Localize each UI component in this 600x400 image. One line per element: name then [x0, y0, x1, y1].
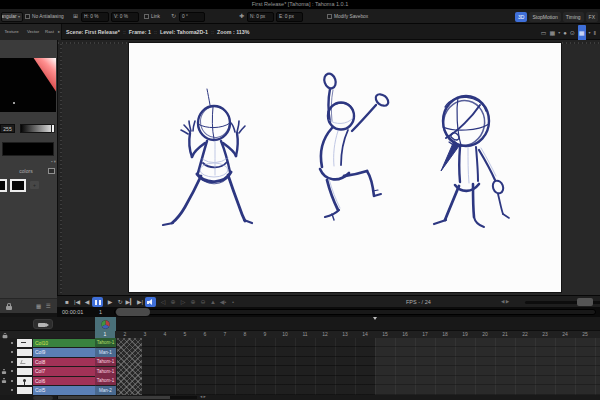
frame-number-21[interactable]: 21: [495, 331, 515, 338]
scale-v-field[interactable]: V: 0 %: [111, 12, 139, 22]
more-tabs-button[interactable]: ▸: [56, 24, 62, 40]
frame-number-17[interactable]: 17: [415, 331, 435, 338]
frame-number-23[interactable]: 23: [535, 331, 555, 338]
scale-h-field[interactable]: H: 0 %: [81, 12, 109, 22]
color-swatch-selected[interactable]: [10, 179, 26, 192]
frame-number-11[interactable]: 11: [295, 331, 315, 338]
column-name-bar[interactable]: Col8: [33, 358, 95, 367]
selection-type-dropdown[interactable]: ▾ Rectangular: [1, 12, 23, 22]
safe-area-icon[interactable]: ●: [563, 25, 567, 41]
table-icon[interactable]: ▦: [549, 25, 555, 41]
frame-number-18[interactable]: 18: [435, 331, 455, 338]
locator-icon[interactable]: ◀•: [218, 297, 228, 307]
value-slider[interactable]: [20, 124, 55, 133]
color-picker-square[interactable]: [0, 58, 56, 112]
value-field[interactable]: 255: [0, 124, 15, 133]
column-name-bar[interactable]: Col9: [33, 348, 95, 357]
rotation-field[interactable]: 0 °: [179, 12, 205, 22]
frame-number-13[interactable]: 13: [335, 331, 355, 338]
column-status-dot[interactable]: [11, 380, 13, 382]
first-frame-icon[interactable]: |◀: [72, 297, 82, 307]
loop-icon[interactable]: ↻: [115, 297, 125, 307]
level-cell[interactable]: Man-2: [95, 386, 116, 395]
freeze-icon[interactable]: ‖: [594, 25, 596, 41]
column-thumbnail[interactable]: [17, 387, 32, 395]
column-thumbnail[interactable]: [17, 368, 32, 376]
frame-number-5[interactable]: 5: [175, 331, 195, 338]
tab-vector[interactable]: Vector: [23, 24, 43, 40]
new-style-button[interactable]: +: [30, 181, 39, 189]
next-step-icon[interactable]: ▶▎: [125, 297, 135, 307]
link-checkbox[interactable]: [144, 14, 149, 19]
current-frame-cell[interactable]: [95, 317, 116, 331]
color-swatch[interactable]: [0, 179, 7, 192]
value-slider-handle[interactable]: [51, 124, 55, 133]
field-guide-icon[interactable]: ⊙: [570, 25, 575, 41]
camstand-view-icon[interactable]: ▦: [578, 25, 586, 41]
list-view-icon[interactable]: ☰: [46, 299, 51, 314]
level-cell[interactable]: Man-1: [95, 348, 116, 357]
frame-number-1[interactable]: 1: [95, 331, 115, 338]
column-name-bar[interactable]: Col7: [33, 367, 95, 376]
flip-y-icon[interactable]: ▷: [178, 297, 188, 307]
column-status-dot[interactable]: [11, 389, 13, 391]
frame-number-3[interactable]: 3: [135, 331, 155, 338]
histogram-icon[interactable]: ▲: [208, 297, 218, 307]
lock-icon[interactable]: [3, 332, 8, 338]
reset-view-icon[interactable]: ⊕: [168, 297, 178, 307]
room-tab-stopmotion[interactable]: StopMotion: [529, 12, 560, 22]
level-cell[interactable]: Tahom-1: [95, 357, 116, 366]
room-tab-timing[interactable]: Timing: [563, 12, 584, 22]
zoom-out-icon[interactable]: ⊖: [198, 297, 208, 307]
frame-number-25[interactable]: 25: [575, 331, 595, 338]
frame-number-2[interactable]: 2: [115, 331, 135, 338]
drawing-canvas[interactable]: [129, 43, 561, 292]
frame-number-10[interactable]: 10: [275, 331, 295, 338]
modify-savebox-checkbox[interactable]: [327, 14, 332, 19]
column-thumbnail[interactable]: [17, 339, 32, 347]
frame-number-22[interactable]: 22: [515, 331, 535, 338]
level-cell[interactable]: Tahom-1: [95, 338, 116, 347]
column-name-bar[interactable]: Col10: [33, 339, 95, 348]
frame-number-4[interactable]: 4: [155, 331, 175, 338]
flip-x-icon[interactable]: ◁: [158, 297, 168, 307]
column-status-dot[interactable]: [11, 351, 13, 353]
blank-frame-icon[interactable]: ■: [62, 297, 72, 307]
frame-number-8[interactable]: 8: [235, 331, 255, 338]
column-status-dot[interactable]: [11, 342, 13, 344]
scrollbar-arrows[interactable]: ◂ ▸: [200, 394, 206, 399]
play-icon[interactable]: ▶: [105, 297, 115, 307]
fps-slider-handle[interactable]: [577, 298, 593, 306]
options-icon[interactable]: •: [228, 297, 238, 307]
frame-slider-handle[interactable]: [116, 308, 150, 316]
tab-raster[interactable]: Rast: [43, 24, 56, 40]
frame-number-26[interactable]: 26: [595, 331, 600, 338]
viewer-panel[interactable]: [57, 40, 600, 295]
no-antialiasing-checkbox[interactable]: [25, 14, 30, 19]
column-name-bar[interactable]: Col5: [33, 386, 95, 395]
frame-number-19[interactable]: 19: [455, 331, 475, 338]
scrollbar-handle[interactable]: [58, 396, 170, 400]
frame-number-16[interactable]: 16: [395, 331, 415, 338]
level-cell[interactable]: Tahom-1: [95, 376, 116, 385]
position-n-field[interactable]: N: 0 px: [247, 12, 274, 22]
camera-view-icon[interactable]: ▭: [541, 25, 547, 41]
scroll-pill-button[interactable]: [33, 396, 53, 400]
frame-number-15[interactable]: 15: [375, 331, 395, 338]
lock-icon[interactable]: [6, 303, 12, 310]
pause-icon[interactable]: [92, 297, 103, 307]
column-thumbnail[interactable]: [17, 349, 32, 357]
room-tab-fx[interactable]: FX: [586, 12, 598, 22]
last-frame-icon[interactable]: ▶|: [135, 297, 145, 307]
level-cell[interactable]: Tahom-1: [95, 367, 116, 376]
position-e-field[interactable]: E: 0 px: [276, 12, 303, 22]
dropdown-caret-icon[interactable]: ▾: [558, 25, 560, 41]
frame-number-14[interactable]: 14: [355, 331, 375, 338]
palette-options-icon[interactable]: [48, 168, 55, 174]
column-status-dot[interactable]: [11, 370, 13, 372]
sound-icon[interactable]: [145, 297, 156, 307]
frame-number-7[interactable]: 7: [215, 331, 235, 338]
frame-number-6[interactable]: 6: [195, 331, 215, 338]
frame-number-9[interactable]: 9: [255, 331, 275, 338]
column-thumbnail[interactable]: [17, 358, 32, 366]
